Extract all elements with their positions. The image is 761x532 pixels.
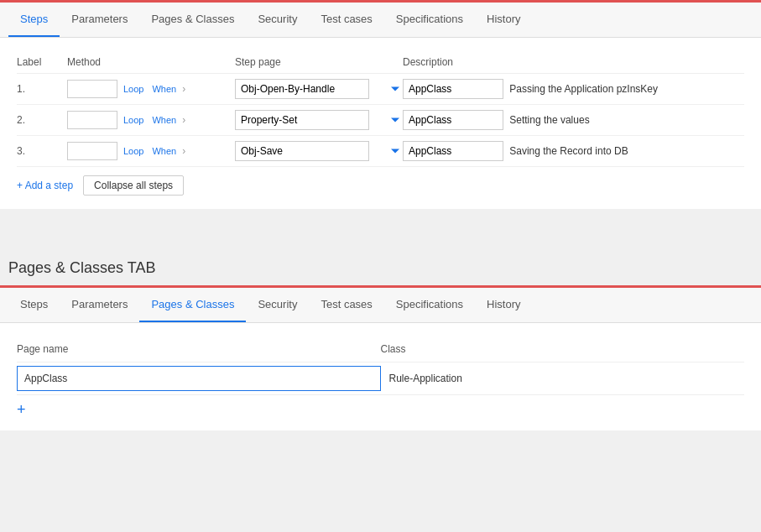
- class-value: Rule-Application: [389, 373, 462, 384]
- method-dropdown-arrow-2: [391, 118, 399, 123]
- tab-parameters-top[interactable]: Parameters: [60, 3, 139, 37]
- tab-pages-classes-top[interactable]: Pages & Classes: [139, 3, 246, 37]
- tab-security-top[interactable]: Security: [246, 3, 309, 37]
- add-row-button[interactable]: +: [17, 402, 26, 417]
- section-separator: [0, 209, 761, 243]
- header-step-page: Step page: [235, 56, 403, 68]
- chevron-icon-2: ›: [182, 114, 185, 126]
- tab-test-cases-top[interactable]: Test cases: [309, 3, 383, 37]
- method-input-3[interactable]: [235, 141, 369, 161]
- step-label-input-1[interactable]: [67, 80, 117, 98]
- step-label-cell-2: Loop When ›: [67, 111, 235, 129]
- step-page-cell-3: Saving the Record into DB: [403, 141, 744, 161]
- table-row: 3. Loop When › Saving the Record into DB: [17, 136, 744, 167]
- tab-steps-bottom[interactable]: Steps: [8, 288, 60, 322]
- loop-btn-2[interactable]: Loop: [121, 114, 146, 126]
- step-page-cell-2: Setting the values: [403, 110, 744, 130]
- loop-btn-3[interactable]: Loop: [121, 145, 146, 157]
- loop-btn-1[interactable]: Loop: [121, 83, 146, 95]
- method-cell-3: [235, 141, 403, 161]
- when-btn-1[interactable]: When: [149, 83, 179, 95]
- class-cell: Rule-Application: [381, 362, 745, 394]
- step-page-input-1[interactable]: [403, 79, 503, 99]
- top-tab-bar: Steps Parameters Pages & Classes Securit…: [0, 3, 761, 38]
- tab-test-cases-bottom[interactable]: Test cases: [309, 288, 383, 322]
- step-label-input-3[interactable]: [67, 142, 117, 160]
- method-input-2[interactable]: [235, 110, 369, 130]
- pages-table: Page name Class Rule-Application: [17, 336, 744, 395]
- tab-specifications-bottom[interactable]: Specifications: [384, 288, 475, 322]
- steps-table-header: Label Method Step page Description: [17, 51, 744, 74]
- step-page-input-3[interactable]: [403, 141, 503, 161]
- step-label-cell-1: Loop When ›: [67, 80, 235, 98]
- tab-steps-top[interactable]: Steps: [8, 3, 60, 37]
- when-btn-2[interactable]: When: [149, 114, 179, 126]
- description-1: Passing the Application pzInsKey: [509, 83, 658, 95]
- table-row: 2. Loop When › Setting the values: [17, 105, 744, 136]
- steps-footer: + Add a step Collapse all steps: [17, 175, 744, 196]
- step-page-cell-1: Passing the Application pzInsKey: [403, 79, 744, 99]
- step-label-input-2[interactable]: [67, 111, 117, 129]
- when-btn-3[interactable]: When: [149, 145, 179, 157]
- step-number-2: 2.: [17, 114, 67, 126]
- page-name-cell: [17, 362, 381, 394]
- method-cell-2: [235, 110, 403, 130]
- page-name-header: Page name: [17, 343, 381, 355]
- description-3: Saving the Record into DB: [509, 145, 628, 157]
- bottom-section: Steps Parameters Pages & Classes Securit…: [0, 285, 761, 430]
- tab-parameters-bottom[interactable]: Parameters: [60, 288, 139, 322]
- table-row: 1. Loop When › Passing the Application p…: [17, 74, 744, 105]
- header-method: Method: [67, 56, 235, 68]
- steps-content: Label Method Step page Description 1. Lo…: [0, 38, 761, 209]
- description-2: Setting the values: [509, 114, 589, 126]
- step-label-cell-3: Loop When ›: [67, 142, 235, 160]
- top-section: Steps Parameters Pages & Classes Securit…: [0, 0, 761, 209]
- tab-security-bottom[interactable]: Security: [246, 288, 309, 322]
- tab-pages-classes-bottom[interactable]: Pages & Classes: [139, 288, 246, 322]
- section-title: Pages & Classes TAB: [0, 243, 761, 285]
- add-step-link[interactable]: + Add a step: [17, 180, 73, 191]
- chevron-icon-3: ›: [182, 145, 185, 157]
- method-input-1[interactable]: [235, 79, 369, 99]
- step-number-1: 1.: [17, 83, 67, 95]
- method-dropdown-arrow-3: [391, 149, 399, 154]
- pages-content: Page name Class Rule-Application +: [0, 323, 761, 430]
- chevron-icon-1: ›: [182, 83, 185, 95]
- class-header: Class: [381, 343, 745, 355]
- step-number-3: 3.: [17, 145, 67, 157]
- collapse-all-button[interactable]: Collapse all steps: [83, 175, 184, 196]
- method-cell-1: [235, 79, 403, 99]
- tab-history-top[interactable]: History: [475, 3, 532, 37]
- page-name-input[interactable]: [17, 366, 381, 391]
- pages-table-header: Page name Class: [17, 336, 744, 362]
- method-dropdown-arrow-1: [391, 87, 399, 91]
- step-page-input-2[interactable]: [403, 110, 503, 130]
- header-description: Description: [403, 56, 744, 68]
- tab-specifications-top[interactable]: Specifications: [384, 3, 475, 37]
- bottom-tab-bar: Steps Parameters Pages & Classes Securit…: [0, 288, 761, 323]
- tab-history-bottom[interactable]: History: [475, 288, 532, 322]
- header-label: Label: [17, 56, 67, 68]
- pages-table-row: Rule-Application: [17, 362, 744, 395]
